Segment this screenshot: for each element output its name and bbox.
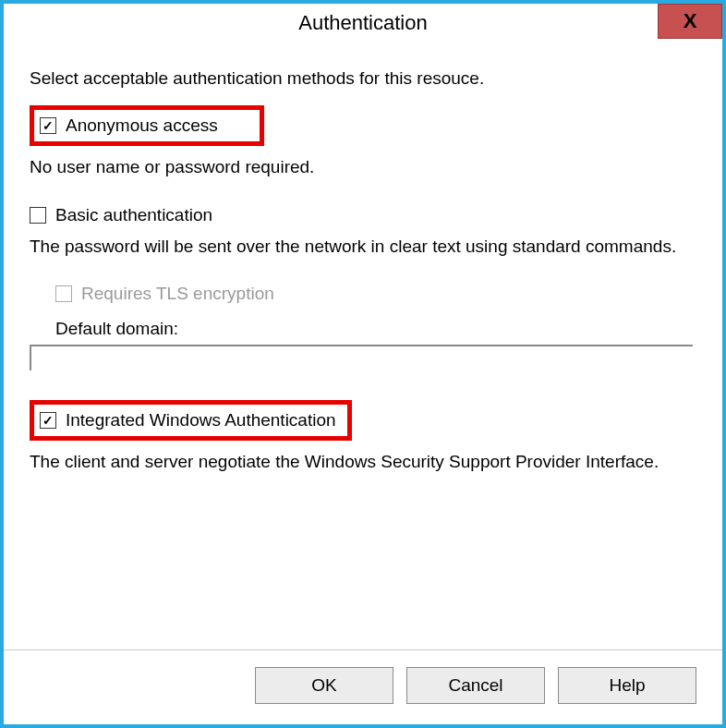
client-area: Select acceptable authentication methods… — [4, 42, 722, 724]
titlebar: Authentication X — [4, 4, 722, 42]
checkmark-icon: ✓ — [42, 414, 54, 427]
tls-label: Requires TLS encryption — [81, 284, 274, 304]
anonymous-label: Anonymous access — [66, 115, 218, 136]
close-button[interactable]: X — [658, 4, 722, 39]
window-title: Authentication — [298, 11, 427, 35]
anonymous-description: No user name or password required. — [30, 155, 696, 179]
highlight-integrated: ✓ Integrated Windows Authentication — [30, 400, 352, 441]
highlight-anonymous: ✓ Anonymous access — [30, 105, 264, 146]
ok-button[interactable]: OK — [255, 667, 393, 704]
cancel-button[interactable]: Cancel — [406, 667, 545, 704]
checkmark-icon: ✓ — [42, 119, 54, 132]
basic-checkbox[interactable] — [30, 207, 46, 224]
basic-label: Basic authentication — [55, 205, 212, 225]
integrated-checkbox[interactable]: ✓ — [40, 412, 56, 429]
integrated-label: Integrated Windows Authentication — [66, 410, 336, 431]
basic-row: Basic authentication — [30, 205, 696, 225]
button-bar: OK Cancel Help — [4, 649, 722, 724]
tls-row: Requires TLS encryption — [55, 284, 696, 304]
instruction-text: Select acceptable authentication methods… — [30, 68, 696, 89]
basic-description: The password will be sent over the netwo… — [30, 235, 696, 259]
default-domain-label: Default domain: — [55, 319, 696, 339]
anonymous-checkbox[interactable]: ✓ — [40, 117, 56, 134]
tls-checkbox — [55, 285, 72, 302]
default-domain-input[interactable] — [30, 345, 693, 370]
dialog-window: Authentication X Select acceptable authe… — [0, 0, 726, 728]
close-icon: X — [684, 11, 697, 31]
integrated-description: The client and server negotiate the Wind… — [30, 450, 696, 474]
help-button[interactable]: Help — [558, 667, 696, 704]
